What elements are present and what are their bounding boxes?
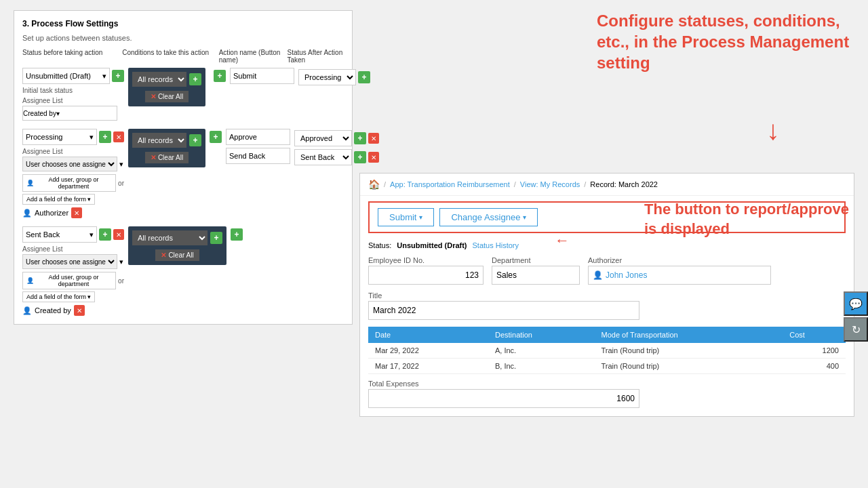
row2-sentback-add-btn[interactable]: + — [354, 151, 366, 163]
row2-sentback-del-btn[interactable]: ✕ — [368, 152, 379, 163]
col-cost: Cost — [783, 327, 846, 343]
employee-id-label: Employee ID No. — [368, 256, 484, 264]
title-input[interactable] — [368, 301, 639, 320]
row2-condition-add-btn[interactable]: + — [189, 134, 201, 146]
row1-after-select[interactable]: Processing — [298, 69, 356, 85]
row2-clear-all-btn[interactable]: ✕ Clear All — [145, 152, 189, 163]
status-value: Unsubmitted (Draft) — [397, 241, 467, 249]
submit-arrow-icon: ▾ — [419, 214, 422, 221]
row2-sendback-input[interactable] — [226, 148, 290, 164]
department-input[interactable] — [492, 266, 580, 285]
authorizer-label: Authorizer — [588, 256, 771, 264]
authorizer-group: Authorizer 👤 John Jones — [588, 256, 771, 285]
row3-person-icon: 👤 — [22, 306, 32, 315]
table-row: Mar 29, 2022 A, Inc. Train (Round trip) … — [368, 343, 846, 359]
employee-id-input[interactable] — [368, 266, 484, 285]
col-mode: Mode of Transportation — [595, 327, 783, 343]
row3-created-by-label: Created by — [35, 306, 71, 314]
total-input[interactable] — [368, 389, 639, 408]
row2-person-icon: 👤 — [22, 209, 32, 218]
row3-add-field-btn[interactable]: Add a field of the form ▾ — [22, 291, 95, 302]
row2-condition-select[interactable]: All records — [132, 133, 186, 148]
row2-after-block: Approved + ✕ Sent Back + ✕ — [294, 130, 379, 165]
breadcrumb-app-link[interactable]: App: Transportation Reimbursement — [390, 180, 510, 188]
chat-float-btn[interactable]: 💬 — [844, 291, 868, 316]
row3-status-select[interactable]: Sent Back ▾ — [22, 226, 97, 243]
row2-add-field-btn[interactable]: Add a field of the form ▾ — [22, 194, 95, 205]
row1-conditions-plus-btn[interactable]: + — [214, 70, 226, 82]
col-header-status: Status before taking action — [22, 49, 117, 64]
row2-approved-select[interactable]: Approved — [294, 130, 352, 146]
row2-conditions-plus-btn[interactable]: + — [210, 131, 222, 143]
row2-assignee-select[interactable]: User chooses one assignee from the list … — [22, 157, 117, 171]
row3-created-by-trash-btn[interactable]: ✕ — [74, 305, 85, 316]
row1-conditions-block: All records + ✕ Clear All — [128, 68, 205, 106]
row3-add-user-btn[interactable]: 👤 Add user, group or department — [22, 272, 116, 289]
home-icon[interactable]: 🏠 — [368, 179, 380, 190]
breadcrumb-view-link[interactable]: View: My Records — [520, 180, 580, 188]
arrow-left-icon: ← — [555, 232, 570, 249]
panel-title: 3. Process Flow Settings — [22, 19, 344, 28]
row1-clear-all-btn[interactable]: ✕ Clear All — [145, 91, 189, 102]
annotation-configure: Configure statuses, conditions, etc., in… — [597, 10, 854, 74]
process-flow-settings-panel: 3. Process Flow Settings Set up actions … — [14, 10, 353, 325]
row3-clear-x-icon: ✕ — [161, 251, 166, 259]
row1-add-status-btn[interactable]: + — [112, 70, 124, 82]
status-label: Status: — [368, 241, 391, 249]
change-assignee-button[interactable]: Change Assignee ▾ — [439, 208, 538, 226]
row2-add-user-btn[interactable]: 👤 Add user, group or department — [22, 174, 116, 192]
department-label: Department — [492, 256, 580, 264]
row2-mode: Train (Round trip) — [595, 359, 783, 374]
row2-sentback-select[interactable]: Sent Back — [294, 149, 352, 165]
row1-date: Mar 29, 2022 — [368, 343, 488, 359]
col-header-action: Action name (Button name) — [219, 49, 282, 64]
authorizer-person-icon: 👤 — [593, 270, 603, 280]
row3-add-status-btn[interactable]: + — [99, 228, 111, 241]
row1-after-block: Processing + — [298, 69, 370, 85]
row2-del-status-btn[interactable]: ✕ — [113, 131, 124, 142]
row1-destination: A, Inc. — [488, 343, 595, 359]
row1-condition-add-btn[interactable]: + — [189, 73, 201, 85]
title-row: Title — [368, 291, 846, 320]
row2-authorizer-trash-btn[interactable]: ✕ — [71, 207, 82, 218]
row1-condition-select[interactable]: All records — [132, 72, 186, 87]
row2-approved-del-btn[interactable]: ✕ — [368, 133, 379, 144]
row3-user-icon: 👤 — [26, 277, 34, 284]
annotation-button: The button to report/approve is displaye… — [644, 200, 854, 239]
row1-cost: 1200 — [783, 343, 846, 359]
row3-clear-all-btn[interactable]: ✕ Clear All — [155, 249, 199, 261]
row1-action-input[interactable] — [230, 68, 294, 84]
total-section: Total Expenses — [368, 380, 846, 408]
flow-row-3: Sent Back ▾ + ✕ Assignee List User choos… — [22, 226, 344, 316]
authorizer-input[interactable]: 👤 John Jones — [588, 266, 771, 285]
row1-assignee-select[interactable]: Created by ▾ — [22, 106, 117, 121]
fields-row-1: Employee ID No. Department Authorizer 👤 … — [368, 256, 846, 285]
row1-after-add-btn[interactable]: + — [358, 71, 370, 83]
row1-status-block: Unsubmitted (Draft) ▾ + Initial task sta… — [22, 68, 124, 121]
user-icon: 👤 — [26, 180, 34, 186]
status-history-link[interactable]: Status History — [473, 241, 519, 249]
row3-conditions-plus-btn[interactable]: + — [231, 228, 243, 241]
row2-destination: B, Inc. — [488, 359, 595, 374]
submit-button[interactable]: Submit ▾ — [378, 208, 434, 226]
row1-status-select[interactable]: Unsubmitted (Draft) ▾ — [22, 68, 110, 84]
row2-status-select[interactable]: Processing ▾ — [22, 129, 97, 145]
row1-mode: Train (Round trip) — [595, 343, 783, 359]
row3-condition-add-btn[interactable]: + — [210, 232, 222, 244]
row2-add-status-btn[interactable]: + — [99, 131, 111, 143]
total-label: Total Expenses — [368, 380, 846, 388]
expense-table: Date Destination Mode of Transportation … — [368, 327, 846, 374]
row1-clear-x-icon: ✕ — [151, 93, 156, 100]
row2-conditions-inner: All records + ✕ Clear All — [128, 129, 205, 167]
refresh-float-btn[interactable]: ↻ — [844, 317, 868, 342]
row2-approve-input[interactable] — [226, 129, 290, 145]
col-destination: Destination — [488, 327, 595, 343]
flow-row-2: Processing ▾ + ✕ Assignee List User choo… — [22, 129, 344, 218]
row3-condition-select[interactable]: All records — [132, 230, 208, 245]
row2-approved-add-btn[interactable]: + — [354, 132, 366, 144]
col-header-after: Status After Action Taken — [287, 49, 344, 64]
row3-assignee-select[interactable]: User chooses one assignee from the list … — [22, 254, 117, 269]
row2-status-block: Processing ▾ + ✕ Assignee List User choo… — [22, 129, 124, 218]
row3-del-status-btn[interactable]: ✕ — [113, 229, 124, 240]
breadcrumb-sep1: / — [384, 180, 386, 188]
